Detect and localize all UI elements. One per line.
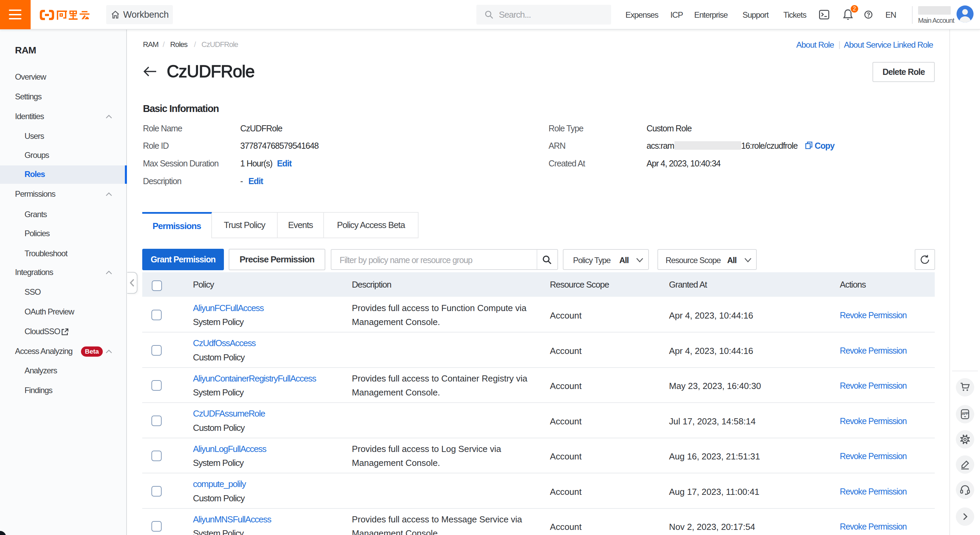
svg-text:APP: APP [962,412,969,416]
